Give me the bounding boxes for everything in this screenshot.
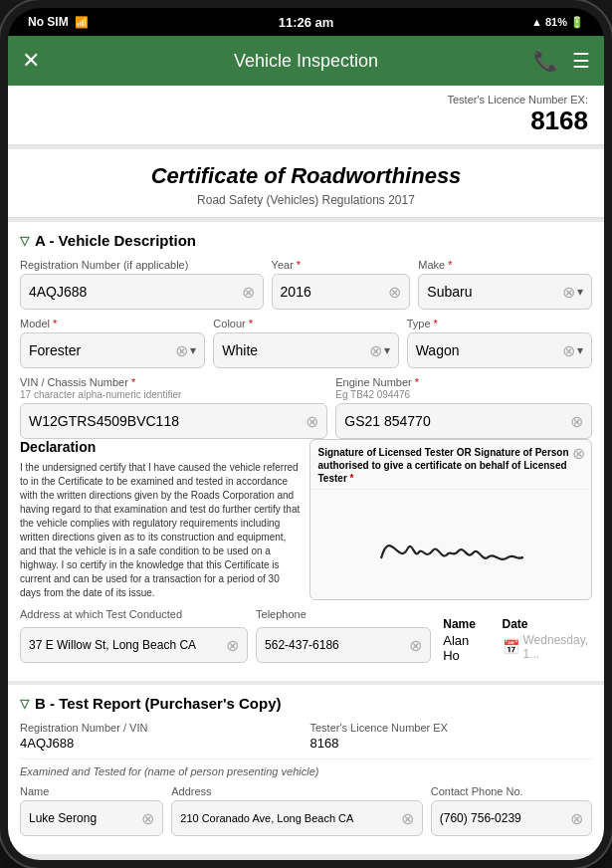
page-title: Vehicle Inspection (234, 51, 378, 72)
vin-engine-row: VIN / Chassis Number * 17 character alph… (20, 376, 592, 439)
b-addr-input[interactable]: 210 Coranado Ave, Long Beach CA ⊗ (171, 800, 422, 836)
year-clear[interactable]: ⊗ (388, 283, 401, 302)
declaration-sig-row: Declaration I the undersigned certify th… (20, 439, 592, 600)
close-button[interactable]: ✕ (22, 48, 40, 74)
year-field: Year * 2016 ⊗ (272, 259, 411, 310)
b-name-value: Luke Serong (29, 811, 137, 825)
date-col: Date 📅 Wednesday, 1... (503, 617, 593, 663)
signature-svg (318, 510, 584, 579)
name-date-row: Name Alan Ho Date 📅 Wednesday, 1... (443, 617, 592, 663)
b-name-clear[interactable]: ⊗ (141, 809, 154, 828)
model-clear[interactable]: ⊗ (175, 341, 188, 360)
type-dropdown[interactable]: ▾ (577, 343, 583, 357)
declaration-col: Declaration I the undersigned certify th… (20, 439, 302, 600)
make-value: Subaru (427, 284, 558, 300)
tel-label: Telephone (256, 608, 431, 620)
main-content: Tester's Licence Number EX: 8168 Certifi… (8, 86, 604, 860)
vin-input[interactable]: W12GTRS4509BVC118 ⊗ (20, 403, 327, 439)
top-bar-right: 📞 ☰ (533, 49, 590, 73)
b-phone-value: (760) 756-0239 (440, 811, 566, 825)
year-value: 2016 (281, 284, 385, 300)
b-phone-clear[interactable]: ⊗ (570, 809, 583, 828)
b-reg-label: Registration Number / VIN (20, 722, 303, 734)
b-name-label: Name (20, 785, 163, 797)
phone-icon[interactable]: 📞 (533, 49, 558, 73)
vin-clear[interactable]: ⊗ (306, 412, 318, 431)
engine-input[interactable]: GS21 854770 ⊗ (335, 403, 592, 439)
engine-required: * (415, 376, 419, 388)
tel-value: 562-437-6186 (265, 638, 405, 652)
carrier-label: No SIM (28, 15, 69, 29)
examined-label: Examined and Tested for (name of person … (20, 759, 592, 777)
make-clear[interactable]: ⊗ (562, 283, 575, 302)
status-right: ▲ 81% 🔋 (531, 16, 584, 29)
cert-subtitle: Road Safety (Vehicles) Regulations 2017 (24, 193, 588, 207)
type-field: Type * Wagon ⊗ ▾ (407, 318, 592, 368)
colour-value: White (222, 342, 364, 358)
section-b: ▽ B - Test Report (Purchaser's Copy) Reg… (8, 685, 604, 854)
sig-body[interactable] (310, 490, 592, 599)
tel-clear[interactable]: ⊗ (409, 636, 422, 655)
sig-clear-btn[interactable]: ⊗ (572, 444, 585, 463)
engine-clear[interactable]: ⊗ (570, 412, 583, 431)
b-addr-clear[interactable]: ⊗ (401, 809, 414, 828)
b-reg-value: 4AQJ688 (20, 736, 303, 751)
device-frame: No SIM 📶 11:26 am ▲ 81% 🔋 ✕ Vehicle Insp… (0, 0, 612, 868)
type-input[interactable]: Wagon ⊗ ▾ (407, 332, 592, 368)
menu-icon[interactable]: ☰ (572, 49, 590, 73)
make-input[interactable]: Subaru ⊗ ▾ (418, 274, 592, 310)
wifi-icon: 📶 (75, 16, 89, 29)
sig-required: * (350, 473, 354, 484)
model-input[interactable]: Forester ⊗ ▾ (20, 332, 205, 368)
section-a-title: A - Vehicle Description (35, 232, 196, 249)
make-label: Make * (418, 259, 592, 271)
colour-dropdown[interactable]: ▾ (384, 343, 390, 357)
battery-label: ▲ 81% 🔋 (531, 16, 584, 29)
type-clear[interactable]: ⊗ (562, 341, 575, 360)
b-phone-input[interactable]: (760) 756-0239 ⊗ (431, 800, 592, 836)
declaration-text: I the undersigned certify that I have ca… (20, 461, 302, 600)
model-dropdown[interactable]: ▾ (190, 343, 196, 357)
colour-field: Colour * White ⊗ ▾ (213, 318, 398, 368)
name-date-group: Name Alan Ho Date 📅 Wednesday, 1... (439, 617, 592, 663)
reg-input[interactable]: 4AQJ688 ⊗ (20, 274, 264, 310)
status-bar: No SIM 📶 11:26 am ▲ 81% 🔋 (8, 8, 604, 36)
name-col-value: Alan Ho (443, 633, 482, 663)
year-label: Year * (272, 259, 411, 271)
calendar-icon: 📅 (503, 639, 519, 655)
cert-title: Certificate of Roadworthiness (24, 163, 588, 189)
b-lic-label: Tester's Licence Number EX (310, 722, 593, 734)
addr-clear[interactable]: ⊗ (226, 636, 239, 655)
b-addr-value: 210 Coranado Ave, Long Beach CA (180, 812, 396, 824)
section-a: ▽ A - Vehicle Description Registration N… (8, 222, 604, 681)
sig-header: Signature of Licensed Tester OR Signatur… (310, 440, 592, 490)
make-dropdown[interactable]: ▾ (577, 285, 583, 299)
sig-header-text: Signature of Licensed Tester OR Signatur… (318, 447, 569, 484)
reg-lic-row: Registration Number / VIN 4AQJ688 Tester… (20, 722, 592, 751)
field-row-2: Model * Forester ⊗ ▾ Colour * White ⊗ ▾ (20, 318, 592, 368)
engine-label: Engine Number * (335, 376, 592, 388)
model-value: Forester (29, 342, 171, 358)
colour-input[interactable]: White ⊗ ▾ (213, 332, 398, 368)
date-field[interactable]: 📅 Wednesday, 1... (503, 633, 593, 661)
make-field: Make * Subaru ⊗ ▾ (418, 259, 592, 310)
vin-value: W12GTRS4509BVC118 (29, 413, 302, 429)
colour-required: * (249, 318, 253, 329)
b-lic-col: Tester's Licence Number EX 8168 (310, 722, 593, 751)
year-input[interactable]: 2016 ⊗ (272, 274, 411, 310)
name-col: Name Alan Ho (443, 617, 482, 663)
section-b-header: ▽ B - Test Report (Purchaser's Copy) (20, 695, 592, 712)
year-required: * (297, 259, 301, 271)
b-name-input[interactable]: Luke Serong ⊗ (20, 800, 163, 836)
tel-group: Telephone 562-437-6186 ⊗ (256, 608, 431, 663)
declaration-title: Declaration (20, 439, 302, 455)
reg-clear[interactable]: ⊗ (242, 283, 255, 302)
top-bar: ✕ Vehicle Inspection 📞 ☰ (8, 36, 604, 86)
colour-clear[interactable]: ⊗ (369, 341, 382, 360)
top-bar-left: ✕ (22, 48, 40, 74)
model-required: * (53, 318, 57, 329)
b-lic-value: 8168 (310, 736, 593, 751)
tel-input[interactable]: 562-437-6186 ⊗ (256, 627, 431, 663)
addr-value: 37 E Willow St, Long Beach CA (29, 638, 222, 652)
addr-input[interactable]: 37 E Willow St, Long Beach CA ⊗ (20, 627, 248, 663)
